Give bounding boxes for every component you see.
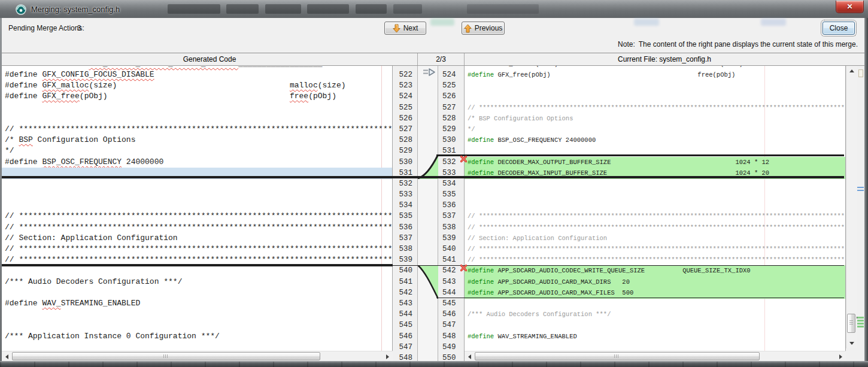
code-line: */ (465, 124, 845, 135)
code-line (2, 265, 392, 277)
code-line: /* BSP Configuration Options (465, 113, 845, 125)
diff-mark-green[interactable] (857, 320, 864, 321)
left-pane-header: Generated Code (2, 53, 418, 65)
remove-change-icon[interactable] (460, 155, 468, 163)
code-line: #define DECODER_MAX_OUTPUT_BUFFER_SIZE 1… (465, 157, 845, 168)
code-line: // *************************************… (2, 211, 392, 222)
code-line: #define GFX_free(pObj) free(pObj) (2, 91, 392, 102)
line-number: 546 (399, 331, 412, 342)
line-number: 540 (442, 244, 456, 255)
code-line: */ (2, 145, 392, 157)
line-number: 548 (442, 331, 456, 342)
goto-next-difference-icon[interactable] (422, 68, 436, 77)
line-number: 530 (399, 157, 412, 168)
code-line (465, 298, 845, 310)
line-number: 525 (442, 80, 456, 92)
scrollbar-thumb[interactable] (847, 314, 855, 333)
line-number: 549 (442, 342, 456, 353)
line-number: 535 (442, 189, 456, 201)
scroll-left-arrow[interactable] (2, 351, 12, 362)
code-line (2, 200, 392, 211)
line-number: 541 (399, 277, 412, 288)
line-number: 525 (399, 102, 412, 114)
background-window-ghost (356, 4, 387, 14)
right-pane-header: Current File: system_config.h (465, 53, 864, 65)
scroll-up-arrow[interactable] (846, 66, 857, 76)
line-number: 542 (442, 265, 456, 277)
line-number: 524 (442, 69, 456, 81)
right-horizontal-scrollbar[interactable] (465, 351, 846, 361)
code-line: #define BSP_OSC_FREQUENCY 24000000 (465, 135, 845, 146)
diff-mark-blue[interactable] (857, 187, 864, 189)
up-arrow-icon (464, 24, 472, 33)
background-window-ghost (467, 4, 539, 14)
line-number: 526 (399, 113, 412, 125)
code-line (465, 178, 845, 190)
code-line: #define APP_SDCARD_AUDIO_CARD_MAX_DIRS 2… (465, 277, 845, 288)
code-line: // *************************************… (2, 124, 392, 135)
background-window-ghost (393, 4, 422, 14)
title-bar[interactable]: Merging: system_config.h ✕ (0, 0, 868, 18)
diff-body: GFX_CONFIG_DOUBLE_BUFFER_DISABLE________… (2, 66, 864, 361)
pending-merge-actions-label: Pending Merge Actions: (8, 24, 84, 32)
left-horizontal-scrollbar[interactable] (2, 351, 393, 361)
code-line (2, 287, 392, 299)
diff-mark-blue[interactable] (857, 190, 864, 192)
diff-mark-green[interactable] (857, 326, 864, 327)
line-number: 540 (399, 265, 412, 277)
scrollbar-thumb[interactable] (12, 352, 320, 360)
line-number: 547 (442, 320, 456, 331)
background-window-ghost (226, 4, 259, 14)
window-close-button[interactable]: ✕ (836, 1, 864, 13)
code-line: // Section: Application Configuration (465, 233, 845, 244)
scroll-down-arrow[interactable] (846, 338, 857, 348)
previous-button[interactable]: Previous (462, 22, 505, 35)
line-number: 522 (399, 69, 412, 81)
merge-divider-2 (2, 264, 393, 266)
code-line: /*** Audio Decoders Configuration ***/ (465, 309, 845, 320)
close-button[interactable]: Close (823, 22, 855, 35)
code-line: // *************************************… (465, 211, 845, 222)
line-number: 546 (442, 309, 456, 320)
code-line (2, 102, 392, 114)
code-line: /*** Application Instance 0 Configuratio… (2, 331, 392, 342)
generated-code-pane[interactable]: GFX_CONFIG_DOUBLE_BUFFER_DISABLE________… (2, 66, 393, 351)
diff-wedge-2 (418, 265, 438, 299)
code-line: #define APP_SDCARD_AUDIO_CODEC_WRITE_QUE… (465, 265, 845, 277)
note-body: The content of the right pane displays t… (639, 40, 858, 48)
next-button-label: Next (403, 24, 418, 32)
background-window-ghost (265, 4, 301, 14)
code-line (2, 189, 392, 201)
note-text: Note:The content of the right pane displ… (618, 40, 858, 48)
line-number: 538 (442, 222, 456, 233)
line-number: 544 (399, 309, 412, 320)
line-number: 537 (442, 211, 456, 222)
line-number: 539 (442, 233, 456, 244)
code-line (465, 200, 845, 211)
background-window-ghost (307, 4, 349, 14)
code-line (2, 113, 392, 125)
error-stripe[interactable] (857, 66, 864, 361)
line-number: 535 (399, 211, 412, 222)
diff-mark-green[interactable] (857, 323, 864, 324)
code-line: #define GFX_free(pObj) free(pObj) (465, 69, 845, 81)
code-line (2, 178, 392, 190)
line-number: 529 (442, 124, 456, 135)
note-label: Note: (618, 40, 635, 48)
current-file-pane[interactable]: #define GFX_malloc(size) malloc(size)#de… (465, 66, 846, 351)
vertical-scrollbar[interactable] (846, 66, 857, 348)
remove-change-icon[interactable] (460, 264, 468, 272)
diff-counter: 2/3 (418, 53, 465, 65)
line-number: 530 (442, 135, 456, 146)
merge-divider-1 (2, 176, 844, 178)
next-button[interactable]: Next (384, 22, 426, 35)
scroll-left-arrow[interactable] (465, 351, 475, 362)
code-line (465, 80, 845, 92)
scrollbar-thumb[interactable] (475, 352, 760, 360)
diff-mark-green[interactable] (857, 317, 864, 319)
scroll-right-arrow[interactable] (383, 351, 393, 362)
code-line (465, 320, 845, 331)
code-line (2, 342, 392, 351)
line-number: 536 (442, 200, 456, 211)
scroll-right-arrow[interactable] (836, 351, 846, 362)
